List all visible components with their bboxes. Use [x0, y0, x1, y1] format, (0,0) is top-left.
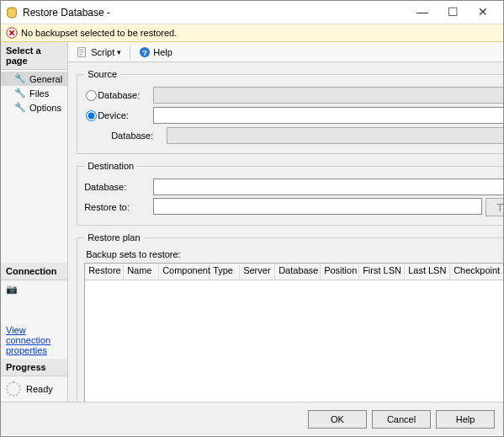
- column-header[interactable]: Last LSN: [405, 264, 450, 280]
- wrench-icon: 🔧: [14, 88, 26, 99]
- source-group: Source Database: Device: ... Datab: [77, 69, 504, 154]
- page-item-label: Files: [29, 88, 49, 99]
- script-button[interactable]: Script ▾: [73, 45, 125, 60]
- destination-legend: Destination: [84, 161, 137, 171]
- window-title: Restore Database -: [23, 7, 407, 19]
- dest-database-combo[interactable]: [153, 179, 504, 195]
- column-header[interactable]: Position: [321, 264, 359, 280]
- script-icon: [77, 46, 88, 58]
- left-pane: Select a page 🔧General 🔧Files 🔧Options C…: [1, 42, 68, 402]
- banner-text: No backupset selected to be restored.: [21, 28, 177, 38]
- source-subdb-label: Database:: [98, 131, 167, 141]
- chevron-down-icon: ▾: [117, 48, 121, 56]
- progress-state: Ready: [26, 384, 53, 394]
- toolbar: Script ▾ ? Help: [68, 42, 504, 62]
- column-header[interactable]: Component: [159, 264, 210, 280]
- select-page-header: Select a page: [1, 42, 67, 70]
- toolbar-separator: [130, 45, 130, 59]
- source-legend: Source: [84, 69, 120, 79]
- column-header[interactable]: Database: [275, 264, 321, 280]
- close-button[interactable]: ✕: [468, 3, 498, 22]
- titlebar: Restore Database - — ☐ ✕: [1, 1, 503, 24]
- svg-text:?: ?: [142, 47, 147, 56]
- dialog-help-button[interactable]: Help: [436, 410, 495, 429]
- minimize-button[interactable]: —: [407, 3, 438, 22]
- source-device-radio[interactable]: [86, 110, 97, 121]
- timeline-button[interactable]: Timeline...: [485, 198, 504, 216]
- wrench-icon: 🔧: [14, 102, 26, 113]
- help-button[interactable]: ? Help: [135, 45, 176, 60]
- progress-spinner-icon: [6, 381, 21, 397]
- dest-database-label: Database:: [84, 182, 153, 192]
- connection-header: Connection: [1, 263, 67, 280]
- source-database-combo[interactable]: [153, 87, 504, 104]
- page-item-files[interactable]: 🔧Files: [1, 86, 67, 100]
- source-database-label: Database:: [98, 90, 153, 100]
- view-connection-properties-link[interactable]: View connection properties: [1, 322, 67, 359]
- page-item-label: General: [29, 74, 62, 84]
- destination-group: Destination Database: Restore to: Timeli…: [77, 161, 504, 226]
- progress-header: Progress: [1, 359, 67, 376]
- column-header[interactable]: First LSN: [359, 264, 405, 280]
- backup-sets-grid[interactable]: RestoreNameComponentTypeServerDatabasePo…: [84, 263, 504, 402]
- dialog-buttons: OK Cancel Help: [1, 402, 503, 435]
- restore-plan-group: Restore plan Backup sets to restore: Res…: [77, 232, 504, 402]
- wrench-icon: 🔧: [14, 73, 26, 84]
- help-icon: ?: [139, 46, 151, 58]
- source-subdb-combo[interactable]: [167, 127, 504, 144]
- column-header[interactable]: Restore: [85, 264, 124, 280]
- help-label: Help: [153, 47, 172, 57]
- grid-body: [85, 280, 504, 402]
- dest-restoreto-label: Restore to:: [84, 202, 153, 212]
- maximize-button[interactable]: ☐: [438, 3, 468, 22]
- column-header[interactable]: Server: [240, 264, 275, 280]
- script-label: Script: [91, 47, 114, 57]
- warning-banner: No backupset selected to be restored.: [1, 24, 503, 42]
- dest-restoreto-field: [153, 198, 482, 215]
- right-pane: Script ▾ ? Help Source Database: Device:: [68, 42, 504, 402]
- page-item-label: Options: [29, 103, 61, 113]
- page-item-options[interactable]: 🔧Options: [1, 100, 67, 115]
- column-header[interactable]: Type: [210, 264, 240, 280]
- connection-icon: 📷: [1, 280, 67, 298]
- column-header[interactable]: Name: [124, 264, 159, 280]
- restore-plan-legend: Restore plan: [84, 232, 143, 242]
- page-item-general[interactable]: 🔧General: [1, 72, 67, 86]
- source-device-label: Device:: [98, 110, 153, 120]
- backup-sets-label: Backup sets to restore:: [86, 249, 504, 259]
- app-icon: [6, 7, 18, 19]
- source-database-radio[interactable]: [86, 90, 97, 101]
- ok-button[interactable]: OK: [308, 410, 367, 429]
- error-icon: [6, 27, 18, 39]
- cancel-button[interactable]: Cancel: [372, 410, 431, 429]
- column-header[interactable]: Checkpoint LSN: [450, 264, 504, 280]
- source-device-field[interactable]: [153, 107, 504, 124]
